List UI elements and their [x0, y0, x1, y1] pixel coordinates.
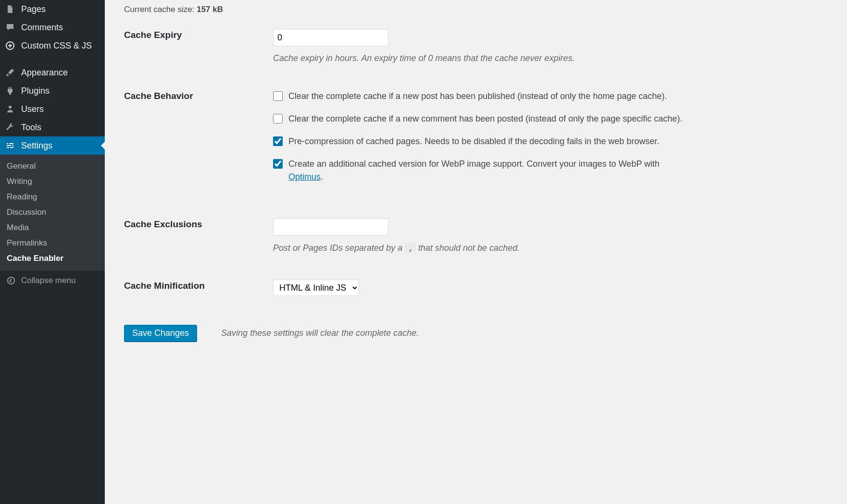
submenu-media[interactable]: Media [0, 220, 105, 235]
cache-expiry-label: Cache Expiry [124, 29, 259, 40]
submenu-writing[interactable]: Writing [0, 174, 105, 189]
settings-content: Current cache size: 157 kB Cache Expiry … [105, 0, 847, 504]
submenu-cache-enabler[interactable]: Cache Enabler [0, 251, 105, 266]
cache-behavior-label: Cache Behavior [124, 90, 259, 101]
cache-exclusions-hint: Post or Pages IDs separated by a , that … [273, 241, 686, 255]
behavior-webp[interactable]: Create an additional cached version for … [273, 158, 686, 184]
sidebar-item-users[interactable]: Users [0, 100, 105, 118]
plus-circle-icon [5, 40, 15, 51]
behavior-clear-on-comment[interactable]: Clear the complete cache if a new commen… [273, 112, 686, 125]
sidebar-item-label: Settings [21, 141, 52, 151]
sidebar-item-label: Appearance [21, 68, 68, 78]
cache-exclusions-input[interactable] [273, 218, 388, 235]
cache-size-text: Current cache size: 157 kB [124, 5, 828, 14]
sidebar-item-label: Users [21, 104, 44, 114]
cache-exclusions-label: Cache Exclusions [124, 218, 259, 230]
brush-icon [5, 67, 15, 78]
admin-sidebar: Pages Comments Custom CSS & JS Appearanc… [0, 0, 105, 504]
sidebar-item-comments[interactable]: Comments [0, 18, 105, 37]
save-hint: Saving these settings will clear the com… [221, 328, 419, 338]
pages-icon [5, 4, 15, 14]
sidebar-item-label: Pages [21, 4, 46, 14]
sidebar-item-plugins[interactable]: Plugins [0, 82, 105, 100]
collapse-menu[interactable]: Collapse menu [0, 270, 105, 291]
behavior-precompress[interactable]: Pre-compression of cached pages. Needs t… [273, 135, 686, 148]
sidebar-item-tools[interactable]: Tools [0, 118, 105, 136]
submenu-permalinks[interactable]: Permalinks [0, 235, 105, 251]
sidebar-item-appearance[interactable]: Appearance [0, 63, 105, 82]
behavior-clear-on-post-checkbox[interactable] [273, 91, 283, 101]
sliders-icon [5, 140, 15, 151]
cache-expiry-input[interactable] [273, 29, 388, 46]
optimus-link[interactable]: Optimus [288, 172, 321, 182]
behavior-clear-on-post[interactable]: Clear the complete cache if a new post h… [273, 90, 686, 103]
sidebar-item-pages[interactable]: Pages [0, 0, 105, 18]
sidebar-item-settings[interactable]: Settings [0, 136, 105, 155]
submenu-general[interactable]: General [0, 159, 105, 174]
submenu-reading[interactable]: Reading [0, 189, 105, 205]
collapse-label: Collapse menu [21, 276, 75, 285]
separator-badge: , [405, 243, 416, 253]
svg-point-2 [8, 277, 14, 284]
sidebar-item-custom-css-js[interactable]: Custom CSS & JS [0, 37, 105, 55]
plugin-icon [5, 86, 15, 96]
sidebar-item-label: Tools [21, 123, 41, 133]
collapse-icon [6, 275, 16, 286]
comments-icon [5, 22, 15, 33]
sidebar-item-label: Plugins [21, 86, 50, 96]
cache-minification-label: Cache Minification [124, 280, 259, 291]
cache-expiry-hint: Cache expiry in hours. An expiry time of… [273, 52, 686, 65]
submenu-discussion[interactable]: Discussion [0, 205, 105, 220]
svg-point-1 [9, 106, 12, 109]
behavior-webp-checkbox[interactable] [273, 159, 283, 169]
sidebar-item-label: Custom CSS & JS [21, 41, 92, 51]
settings-submenu: General Writing Reading Discussion Media… [0, 155, 105, 270]
save-changes-button[interactable]: Save Changes [124, 325, 197, 342]
behavior-precompress-checkbox[interactable] [273, 136, 283, 146]
users-icon [5, 104, 15, 114]
sidebar-item-label: Comments [21, 23, 63, 33]
cache-minification-select[interactable]: HTML & Inline JS [273, 280, 359, 296]
wrench-icon [5, 122, 15, 133]
behavior-clear-on-comment-checkbox[interactable] [273, 114, 283, 123]
